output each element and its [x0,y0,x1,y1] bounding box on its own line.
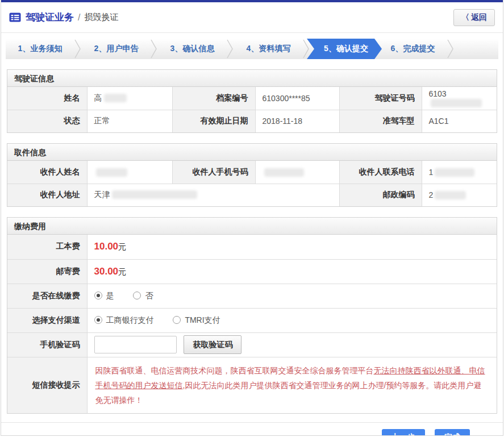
radio-unchecked-icon [173,316,181,324]
field-label-recipient-name: 收件人姓名 [7,161,87,184]
table-row: 收件人地址 天津 邮政编码 2 [7,184,497,206]
step-2-user-declaration: 2、用户申告 [82,39,151,59]
step-6-complete-submit: 6、完成提交 [378,39,447,59]
radio-channel-tmri[interactable]: TMRI支付 [173,315,220,326]
back-button-label: 返回 [471,13,487,22]
field-label-sms-code: 手机验证码 [7,332,87,357]
step-separator-chevron-icon [227,39,234,59]
page-title: 驾驶证业务 [26,11,74,24]
payment-section-title: 缴纳费用 [7,218,497,235]
table-row: 工本费 10.00元 [7,235,497,259]
table-row: 选择支付渠道 工商银行支付 TMRI支付 [7,308,497,332]
table-row: 手机验证码 获取验证码 [7,332,497,357]
step-5-confirm-submit-active: 5、确认提交 [307,39,382,59]
table-row: 短信接收提示 因陕西省联通、电信运营商技术问题，陕西省互联网交通安全综合服务管理… [7,357,497,413]
step-1-business-notice: 1、业务须知 [6,39,74,59]
license-business-icon [9,11,21,23]
finish-button[interactable]: 完成 [435,429,470,436]
field-value-status: 正常 [87,110,172,132]
field-value-license-number: 6103 [422,87,497,110]
radio-online-yes[interactable]: 是 [94,291,114,301]
redacted-value [96,168,127,177]
field-value-expiry-date: 2018-11-18 [255,110,339,132]
field-value-production-fee: 10.00元 [87,235,497,259]
field-label-status: 状态 [7,110,87,132]
field-label-pay-online: 是否在线缴费 [7,284,87,308]
payment-section: 缴纳费用 工本费 10.00元 邮寄费 30.00元 是否在线缴费 是 否 选择… [7,217,497,414]
payment-channel-options: 工商银行支付 TMRI支付 [87,308,497,332]
field-value-file-number: 610300****85 [255,87,339,110]
step-progress-bar: 1、业务须知 2、用户申告 3、确认信息 4、资料填写 5、确认提交 6、完成提… [6,39,498,59]
field-value-postage-fee: 30.00元 [87,259,497,284]
payment-table: 工本费 10.00元 邮寄费 30.00元 是否在线缴费 是 否 选择支付渠道 … [7,235,497,413]
get-sms-code-button[interactable]: 获取验证码 [184,335,241,354]
step-separator-chevron-icon [151,39,158,59]
sms-notice-text: 因陕西省联通、电信运营商技术问题，陕西省互联网交通安全综合服务管理平台无法向持陕… [95,363,489,407]
license-info-table: 姓名 高 档案编号 610300****85 驾驶证号码 6103 状态 正常 … [7,87,497,132]
field-value-name: 高 [87,87,172,110]
sms-notice-cell: 因陕西省联通、电信运营商技术问题，陕西省互联网交通安全综合服务管理平台无法向持陕… [87,357,497,413]
field-label-postal-code: 邮政编码 [339,184,422,206]
radio-online-no[interactable]: 否 [133,291,153,301]
pickup-info-table: 收件人姓名 收件人手机号码 收件人联系电话 1 收件人地址 天津 邮政编码 2 [7,161,497,206]
field-value-postal-code: 2 [422,184,497,206]
redacted-value [435,168,474,177]
fee-unit: 元 [118,267,126,276]
redacted-value [264,168,304,177]
table-row: 是否在线缴费 是 否 [7,284,497,308]
chevron-left-icon: 〈 [461,13,469,22]
field-label-payment-channel: 选择支付渠道 [7,308,87,332]
table-row: 姓名 高 档案编号 610300****85 驾驶证号码 6103 [7,87,497,110]
field-label-license-number: 驾驶证号码 [339,87,422,110]
step-separator-chevron-icon [447,39,455,59]
fee-unit: 元 [118,242,126,251]
field-label-production-fee: 工本费 [7,235,87,259]
back-button[interactable]: 〈返回 [453,9,495,26]
radio-checked-icon [94,316,102,324]
pickup-info-section-title: 取件信息 [7,144,497,161]
license-info-section-title: 驾驶证信息 [7,70,497,87]
field-value-recipient-name [87,161,172,184]
pickup-info-section: 取件信息 收件人姓名 收件人手机号码 收件人联系电话 1 收件人地址 天津 邮政… [7,143,497,207]
field-label-recipient-phone: 收件人联系电话 [339,161,422,184]
field-value-vehicle-class: A1C1 [422,110,497,132]
license-info-section: 驾驶证信息 姓名 高 档案编号 610300****85 驾驶证号码 6103 … [7,69,497,133]
sms-code-cell: 获取验证码 [87,332,497,357]
breadcrumb-separator: / [78,13,80,23]
radio-channel-icbc[interactable]: 工商银行支付 [94,315,154,326]
field-value-recipient-mobile [255,161,339,184]
field-label-vehicle-class: 准驾车型 [339,110,422,132]
page: 驾驶证业务 / 损毁换证 〈返回 1、业务须知 2、用户申告 3、确认信息 4、… [1,0,503,436]
field-label-file-number: 档案编号 [172,87,255,110]
pay-online-options: 是 否 [87,284,497,308]
step-4-fill-materials: 4、资料填写 [234,39,303,59]
table-row: 收件人姓名 收件人手机号码 收件人联系电话 1 [7,161,497,184]
header: 驾驶证业务 / 损毁换证 〈返回 [1,2,503,33]
redacted-value [435,191,466,199]
field-label-recipient-mobile: 收件人手机号码 [172,161,255,184]
redacted-value [431,99,482,107]
fee-amount: 10.00 [94,241,119,252]
radio-checked-icon [94,292,102,299]
previous-step-button[interactable]: 上一步 [382,429,425,436]
table-row: 邮寄费 30.00元 [7,259,497,284]
field-value-recipient-phone: 1 [422,161,497,184]
field-label-recipient-address: 收件人地址 [7,184,87,206]
redacted-value [112,190,197,199]
field-label-expiry-date: 有效期止日期 [172,110,255,132]
sms-code-input[interactable] [94,336,177,353]
field-label-name: 姓名 [7,87,87,110]
step-3-confirm-info: 3、确认信息 [158,39,227,59]
redacted-value [104,94,127,102]
step-separator-chevron-icon [74,39,82,59]
radio-unchecked-icon [133,292,141,299]
fee-amount: 30.00 [94,266,119,277]
step-bar-filler [455,39,498,59]
field-label-postage-fee: 邮寄费 [7,259,87,284]
field-value-recipient-address: 天津 [87,184,339,206]
field-label-sms-notice: 短信接收提示 [7,357,87,413]
breadcrumb-current: 损毁换证 [84,12,118,23]
table-row: 状态 正常 有效期止日期 2018-11-18 准驾车型 A1C1 [7,110,497,132]
footer-actions: 上一步 完成 [1,422,503,436]
